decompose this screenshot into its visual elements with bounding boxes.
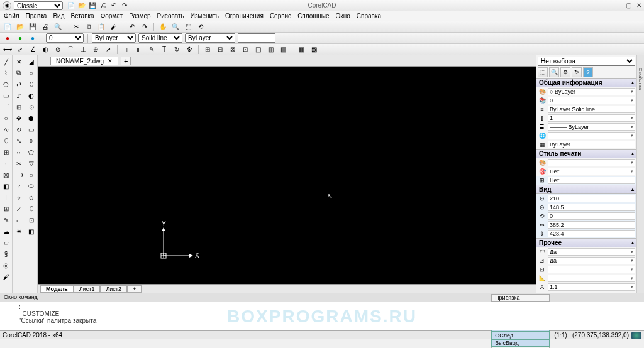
prop-btn3[interactable]: ⚙ — [560, 67, 570, 77]
scale-icon[interactable]: ⤡ — [14, 136, 24, 146]
tol6-icon[interactable]: ▥ — [265, 45, 275, 55]
tab-model[interactable]: Модель — [40, 285, 74, 293]
tab-sheet1[interactable]: Лист1 — [74, 285, 101, 293]
menu-constraints[interactable]: Ограничения — [225, 13, 264, 19]
tol-icon[interactable]: ⊞ — [203, 45, 213, 55]
command-window[interactable]: BOXPROGRAMS.RU : _CUSTOMIZE "Ссылки" пал… — [0, 302, 644, 330]
erase-icon[interactable]: ✕ — [14, 57, 24, 67]
prop-row[interactable]: ≣——— ByLayer — [536, 122, 636, 131]
status-бысввод[interactable]: БысВвод — [491, 339, 550, 347]
dim-aligned-icon[interactable]: ⤢ — [15, 45, 25, 55]
new-icon[interactable]: 📄 — [67, 1, 75, 10]
redo-icon[interactable]: ↷ — [120, 1, 129, 10]
prop-row[interactable]: ⊙148.5 — [536, 203, 636, 212]
point-icon[interactable]: · — [1, 158, 11, 168]
prop-value[interactable]: Нет — [548, 168, 635, 175]
copy-icon[interactable]: ⧉ — [14, 68, 24, 78]
section-general[interactable]: Общая информация▴ — [536, 78, 636, 87]
layer-icon[interactable]: ● — [3, 33, 13, 43]
ent6-icon[interactable]: ⬢ — [26, 113, 36, 123]
join-icon[interactable]: ⟐ — [14, 192, 24, 202]
prop-value[interactable] — [548, 266, 635, 273]
copy-button[interactable]: ⧉ — [84, 22, 94, 32]
dim-linear-icon[interactable]: ⟷ — [3, 45, 13, 55]
dim-angular-icon[interactable]: ∠ — [28, 45, 38, 55]
zoomprev-button[interactable]: ⟲ — [196, 22, 206, 32]
prop-value[interactable]: ○ ByLayer — [548, 88, 635, 95]
menu-insert[interactable]: Вставка — [70, 13, 94, 19]
prop-row[interactable]: 📚0 — [536, 96, 636, 105]
menu-solids[interactable]: Сплошные — [297, 13, 329, 19]
workspace-select[interactable]: Classic — [14, 1, 63, 10]
prop-value[interactable]: Нет — [548, 177, 635, 184]
fillet-icon[interactable]: ⌐ — [14, 215, 24, 225]
ent4-icon[interactable]: ◐ — [26, 90, 36, 101]
ent13-icon[interactable]: ◇ — [26, 192, 36, 202]
tab-close-icon[interactable]: ✕ — [108, 58, 113, 64]
prop-value[interactable]: 210. — [548, 195, 635, 202]
prop-row[interactable]: ⫿1 — [536, 114, 636, 122]
arc-icon[interactable]: ⌒ — [1, 102, 11, 112]
maximize-button[interactable]: ▢ — [626, 2, 631, 9]
menu-help[interactable]: Справка — [357, 13, 381, 19]
ent2-icon[interactable]: ○ — [26, 68, 36, 78]
section-printstyle[interactable]: Стиль печати▴ — [536, 149, 636, 158]
save-icon[interactable]: 💾 — [88, 1, 97, 10]
prop-row[interactable]: ⇔385.2 — [536, 220, 636, 229]
ent10-icon[interactable]: ▽ — [26, 158, 36, 168]
open-button[interactable]: 📂 — [15, 22, 25, 32]
chamfer-icon[interactable]: ⟋ — [14, 204, 24, 214]
menu-draw[interactable]: Рисовать — [157, 13, 184, 19]
document-tab[interactable]: NONAME_2.dwg ✕ — [50, 57, 118, 65]
ent12-icon[interactable]: ⬭ — [26, 181, 36, 191]
prop-value[interactable]: Да — [548, 257, 635, 264]
tol7-icon[interactable]: ▤ — [278, 45, 288, 55]
prop-value[interactable]: Да — [548, 248, 635, 256]
prop-row[interactable]: ⇕428.4 — [536, 229, 636, 238]
dim-radius-icon[interactable]: ◐ — [40, 45, 50, 55]
dim-leader-icon[interactable]: ↗ — [103, 45, 113, 55]
text-icon[interactable]: T — [1, 192, 11, 202]
prop-btn4[interactable]: ↻ — [572, 67, 582, 77]
note-icon[interactable]: ✎ — [1, 215, 11, 225]
prop-row[interactable]: ⊙210. — [536, 194, 636, 203]
prop-value[interactable]: 1:1 — [548, 283, 635, 291]
zoomwin-button[interactable]: ⬚ — [183, 22, 193, 32]
dim-ordinate-icon[interactable]: ⊥ — [78, 45, 88, 55]
filter-input[interactable] — [238, 33, 275, 43]
save-button[interactable]: 💾 — [28, 22, 38, 32]
pan-button[interactable]: ✋ — [158, 22, 168, 32]
spline-icon[interactable]: ∿ — [1, 124, 11, 134]
prop-row[interactable]: 📐 — [536, 274, 636, 283]
redo-button[interactable]: ↷ — [140, 22, 150, 32]
ent1-icon[interactable]: ◢ — [26, 57, 36, 67]
rotate-icon[interactable]: ↻ — [14, 124, 24, 134]
dim-style-icon[interactable]: ⚙ — [184, 45, 194, 55]
prop-value[interactable] — [548, 159, 635, 166]
linestyle-select[interactable]: Solid line — [138, 33, 182, 43]
prop-row[interactable]: ⬚Да — [536, 247, 636, 256]
prop-row[interactable]: ⊞Нет — [536, 176, 636, 185]
prop-row[interactable]: 🎯Нет — [536, 167, 636, 176]
ent15-icon[interactable]: ⊡ — [26, 215, 36, 225]
tab-add-sheet[interactable]: + — [127, 285, 142, 293]
status-ослед[interactable]: ОСлед — [491, 332, 550, 339]
prop-value[interactable]: 1 — [548, 114, 635, 122]
polyline-icon[interactable]: ⌇ — [1, 68, 11, 78]
dim-continue-icon[interactable]: ⫼ — [134, 45, 144, 55]
dim-diameter-icon[interactable]: ⊘ — [53, 45, 63, 55]
ent11-icon[interactable]: ○ — [26, 170, 36, 180]
undo-button[interactable]: ↶ — [127, 22, 137, 32]
ent8-icon[interactable]: ◊ — [26, 136, 36, 146]
preview-button[interactable]: 🔍 — [53, 22, 63, 32]
ent7-icon[interactable]: ▭ — [26, 124, 36, 134]
region-icon[interactable]: ◧ — [1, 181, 11, 191]
prop-help-button[interactable]: ? — [583, 67, 593, 77]
paste-button[interactable]: 📋 — [96, 22, 106, 32]
tol3-icon[interactable]: ⊠ — [228, 45, 238, 55]
tol8-icon[interactable]: ▦ — [296, 45, 306, 55]
ent9-icon[interactable]: ⬠ — [26, 147, 36, 157]
dim-update-icon[interactable]: ↻ — [172, 45, 182, 55]
prop-value[interactable]: ByLayer — [548, 141, 635, 148]
donut-icon[interactable]: ◎ — [1, 260, 11, 270]
